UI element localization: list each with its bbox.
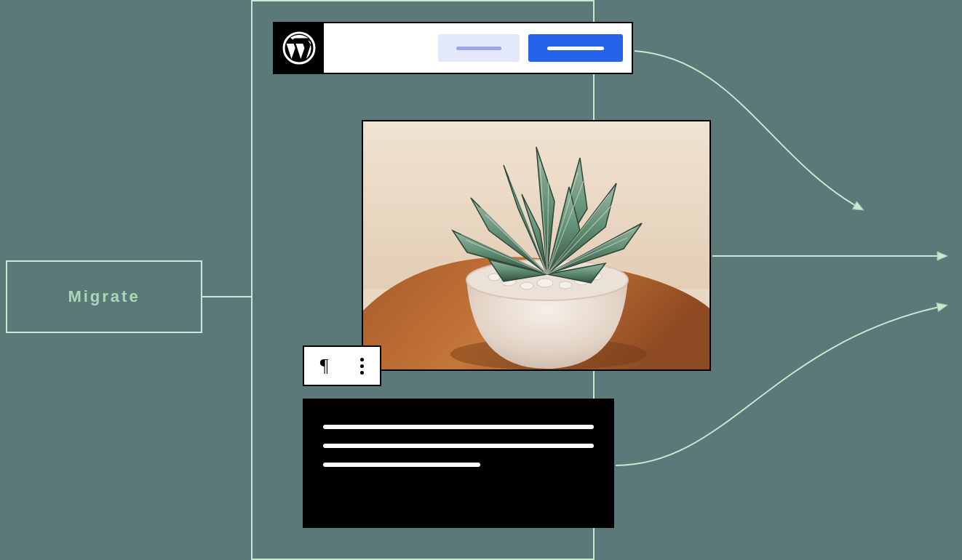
diagram-canvas: Migrate bbox=[0, 0, 962, 560]
block-format-toolbar: ¶ bbox=[303, 345, 381, 386]
button-label-placeholder bbox=[456, 47, 501, 50]
connector-left bbox=[202, 296, 251, 297]
pilcrow-icon[interactable]: ¶ bbox=[320, 355, 329, 377]
wordpress-icon bbox=[274, 23, 324, 73]
secondary-button[interactable] bbox=[438, 34, 520, 62]
button-label-placeholder bbox=[547, 47, 604, 50]
migrate-step-box: Migrate bbox=[6, 260, 202, 333]
text-block bbox=[303, 399, 614, 528]
text-line bbox=[323, 425, 594, 429]
primary-button[interactable] bbox=[528, 34, 623, 62]
wordpress-logo-svg bbox=[282, 31, 317, 65]
svg-point-9 bbox=[488, 273, 500, 281]
image-block bbox=[362, 120, 711, 371]
svg-point-7 bbox=[559, 281, 572, 289]
svg-point-6 bbox=[537, 279, 553, 287]
text-line bbox=[323, 463, 480, 467]
svg-point-5 bbox=[520, 282, 533, 289]
more-vertical-icon[interactable] bbox=[360, 358, 364, 375]
migrate-label: Migrate bbox=[68, 287, 140, 306]
text-line bbox=[323, 444, 594, 448]
wordpress-editor-bar bbox=[273, 22, 633, 74]
